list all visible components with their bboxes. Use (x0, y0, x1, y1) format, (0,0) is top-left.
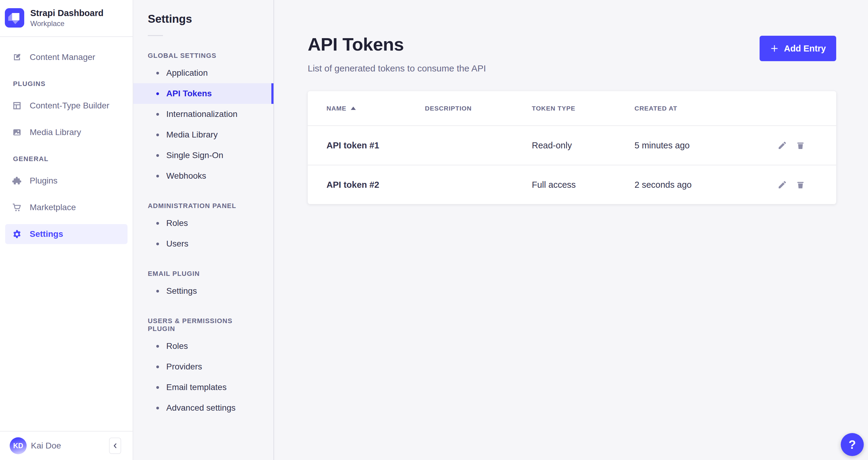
table-row[interactable]: API token #2 Full access 2 seconds ago (308, 165, 836, 204)
edit-token-button[interactable] (777, 141, 787, 150)
sidebar-item-label: Media Library (30, 127, 81, 137)
column-header-name[interactable]: Name (327, 105, 425, 112)
subnav-item-label: Advanced settings (166, 403, 236, 413)
subnav-item-email-settings[interactable]: Settings (133, 281, 274, 301)
token-created-at: 5 minutes ago (634, 141, 772, 151)
subnav-item-label: Settings (166, 286, 197, 296)
table-header-row: Name Description Token type Created at (308, 91, 836, 125)
sidebar-item-label: Content-Type Builder (30, 101, 109, 111)
sidebar-item-plugins[interactable]: Plugins (5, 171, 127, 191)
media-library-icon (12, 127, 22, 137)
sidebar-footer: KD Kai Doe (0, 431, 133, 460)
subnav-section-global-settings: Global Settings (133, 52, 274, 60)
bullet-icon (156, 290, 159, 293)
sidebar-item-settings[interactable]: Settings (5, 224, 127, 244)
bullet-icon (156, 345, 159, 348)
sort-ascending-icon (351, 106, 356, 110)
bullet-icon (156, 243, 159, 245)
sidebar-item-label: Content Manager (30, 52, 95, 62)
workspace-title: Strapi Dashboard (30, 8, 103, 19)
page-header: API Tokens List of generated tokens to c… (308, 34, 836, 73)
pencil-icon (777, 180, 787, 190)
content-type-builder-icon (12, 101, 22, 111)
subnav-item-label: API Tokens (166, 89, 212, 98)
subnav-item-admin-users[interactable]: Users (133, 234, 274, 254)
workspace-subtitle: Workplace (30, 20, 103, 28)
subnav-item-label: Users (166, 239, 188, 249)
subnav-item-internationalization[interactable]: Internationalization (133, 104, 274, 124)
page-subtitle: List of generated tokens to consume the … (308, 63, 486, 73)
column-header-token-type: Token type (532, 105, 634, 112)
sidebar-item-content-manager[interactable]: Content Manager (5, 47, 127, 67)
main-content: API Tokens List of generated tokens to c… (274, 0, 868, 460)
content-manager-icon (12, 52, 22, 62)
tokens-table-card: Name Description Token type Created at A… (308, 91, 836, 204)
subnav-item-label: Media Library (166, 130, 218, 140)
delete-token-button[interactable] (796, 180, 805, 190)
trash-icon (796, 180, 805, 190)
subnav-section-administration-panel: Administration panel (133, 202, 274, 210)
main-sidebar: Strapi Dashboard Workplace Content Manag… (0, 0, 133, 460)
token-name: API token #2 (327, 180, 425, 190)
plugins-icon (12, 176, 22, 186)
sidebar-item-content-type-builder[interactable]: Content-Type Builder (5, 96, 127, 116)
bullet-icon (156, 154, 159, 157)
bullet-icon (156, 222, 159, 225)
strapi-logo-icon (5, 8, 24, 28)
column-header-description: Description (425, 105, 532, 112)
sidebar-collapse-button[interactable] (109, 438, 121, 454)
add-entry-button[interactable]: Add Entry (760, 36, 836, 61)
subnav-title: Settings (133, 13, 274, 25)
column-header-created-at: Created at (634, 105, 772, 112)
sidebar-item-label: Settings (30, 229, 63, 239)
subnav-divider (148, 35, 163, 36)
sidebar-item-media-library[interactable]: Media Library (5, 122, 127, 142)
user-avatar[interactable]: KD (10, 437, 27, 454)
sidebar-section-general: General (13, 155, 127, 163)
subnav-item-application[interactable]: Application (133, 63, 274, 83)
subnav-item-label: Webhooks (166, 171, 206, 181)
bullet-icon (156, 407, 159, 409)
subnav-item-single-sign-on[interactable]: Single Sign-On (133, 145, 274, 166)
sidebar-item-label: Marketplace (30, 203, 76, 212)
bullet-icon (156, 366, 159, 368)
plus-icon (770, 44, 779, 53)
subnav-item-providers[interactable]: Providers (133, 357, 274, 377)
bullet-icon (156, 133, 159, 136)
bullet-icon (156, 175, 159, 178)
subnav-item-admin-roles[interactable]: Roles (133, 213, 274, 234)
settings-subnav: Settings Global Settings Application API… (133, 0, 274, 460)
user-name: Kai Doe (31, 441, 105, 451)
bullet-icon (156, 92, 159, 95)
edit-token-button[interactable] (777, 180, 787, 190)
subnav-item-email-templates[interactable]: Email templates (133, 377, 274, 398)
subnav-item-label: Internationalization (166, 109, 238, 119)
help-button[interactable]: ? (841, 433, 864, 456)
workspace-header[interactable]: Strapi Dashboard Workplace (0, 0, 133, 37)
token-type: Read-only (532, 141, 634, 151)
page-title: API Tokens (308, 34, 486, 55)
chevron-left-icon (111, 441, 119, 450)
question-mark-icon: ? (848, 438, 856, 452)
token-name: API token #1 (327, 141, 425, 151)
subnav-section-email-plugin: Email plugin (133, 270, 274, 278)
subnav-item-media-library[interactable]: Media Library (133, 124, 274, 145)
subnav-item-advanced-settings[interactable]: Advanced settings (133, 398, 274, 418)
marketplace-icon (12, 203, 22, 212)
delete-token-button[interactable] (796, 141, 805, 150)
token-created-at: 2 seconds ago (634, 180, 772, 190)
subnav-item-label: Email templates (166, 382, 226, 392)
sidebar-section-plugins: Plugins (13, 80, 127, 88)
sidebar-item-marketplace[interactable]: Marketplace (5, 197, 127, 217)
subnav-item-api-tokens[interactable]: API Tokens (133, 83, 274, 104)
subnav-section-users-permissions-plugin: Users & Permissions plugin (133, 317, 274, 333)
subnav-item-up-roles[interactable]: Roles (133, 336, 274, 357)
settings-gear-icon (12, 229, 22, 239)
bullet-icon (156, 72, 159, 74)
subnav-item-webhooks[interactable]: Webhooks (133, 166, 274, 186)
bullet-icon (156, 113, 159, 116)
trash-icon (796, 141, 805, 150)
subnav-item-label: Application (166, 68, 208, 78)
table-row[interactable]: API token #1 Read-only 5 minutes ago (308, 125, 836, 165)
subnav-item-label: Roles (166, 341, 188, 351)
